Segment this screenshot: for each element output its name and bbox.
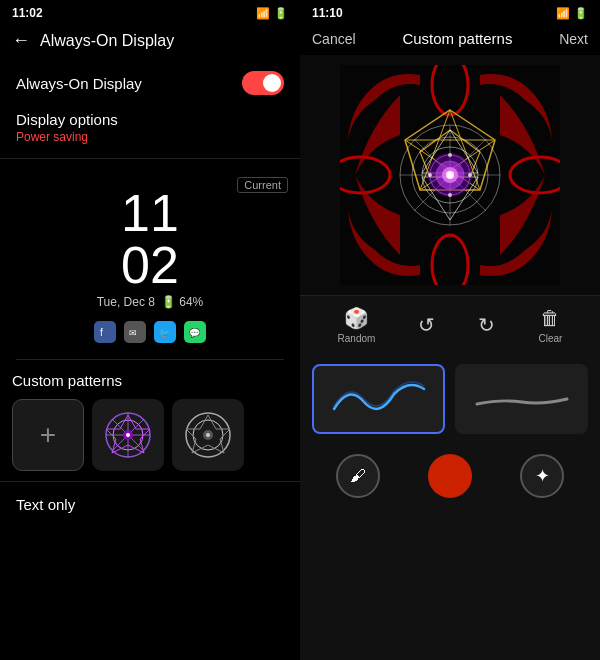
clear-label: Clear [539,333,563,344]
undo-icon: ↺ [418,313,435,337]
add-plus-icon: + [40,419,56,451]
facebook-icon: f [94,321,116,343]
svg-point-17 [206,433,210,437]
preview-area: Current 11 02 Tue, Dec 8 🔋 64% f ✉ 🐦 💬 [0,169,300,347]
wifi-icon: 📶 [256,7,270,20]
battery-status: 🔋 64% [161,295,203,309]
left-time: 11:02 [12,6,43,20]
app-icons-row: f ✉ 🐦 💬 [94,321,206,343]
brush-color-button[interactable]: 🖌 [336,454,380,498]
always-on-label: Always-On Display [16,75,142,92]
next-button[interactable]: Next [559,31,588,47]
tool-row: 🎲 Random ↺ ↻ 🗑 Clear [300,295,600,354]
wechat-icon: 💬 [184,321,206,343]
brush-option-1[interactable] [312,364,445,434]
divider1 [0,158,300,159]
pattern-thumbs-row: + [12,399,288,471]
cancel-button[interactable]: Cancel [312,31,356,47]
display-options-section: Display options Power saving [0,101,300,148]
add-pattern-button[interactable]: + [12,399,84,471]
svg-text:✉: ✉ [129,328,137,338]
left-top-nav: ← Always-On Display [0,24,300,57]
divider2 [16,359,284,360]
svg-text:💬: 💬 [189,327,201,339]
always-on-row: Always-On Display [0,57,300,101]
right-battery-icon: 🔋 [574,7,588,20]
custom-patterns-title: Custom patterns [12,372,288,389]
mandala-preview [340,65,560,285]
text-only-row[interactable]: Text only [0,481,300,527]
battery-icon-left: 🔋 [274,7,288,20]
star-color-icon: ✦ [535,465,550,487]
status-bar-right: 11:10 📶 🔋 [300,0,600,24]
clock-minute: 02 [97,239,204,291]
pattern-thumb-1[interactable] [92,399,164,471]
svg-point-49 [468,173,472,177]
right-time: 11:10 [312,6,343,20]
svg-point-46 [448,153,452,157]
svg-point-45 [448,173,452,177]
red-color-button[interactable] [428,454,472,498]
custom-patterns-section: Custom patterns + [0,372,300,471]
left-status-icons: 📶 🔋 [256,7,288,20]
svg-point-47 [448,193,452,197]
svg-point-48 [428,173,432,177]
current-label: Current [237,177,288,193]
right-wifi-icon: 📶 [556,7,570,20]
display-options-title: Display options [16,111,284,128]
messages-icon: ✉ [124,321,146,343]
power-saving-label[interactable]: Power saving [16,130,284,144]
clock-date: Tue, Dec 8 🔋 64% [97,295,204,309]
undo-tool[interactable]: ↺ [418,313,435,337]
brush-color-icon: 🖌 [350,467,366,485]
date-text: Tue, Dec 8 [97,295,155,309]
special-color-button[interactable]: ✦ [520,454,564,498]
brush-row [300,354,600,444]
brush-option-2[interactable] [455,364,588,434]
random-tool[interactable]: 🎲 Random [338,306,376,344]
right-panel: 11:10 📶 🔋 Cancel Custom patterns Next [300,0,600,660]
random-label: Random [338,333,376,344]
svg-text:f: f [100,327,103,338]
clock-display: 11 02 Tue, Dec 8 🔋 64% [97,177,204,313]
right-top-nav: Cancel Custom patterns Next [300,24,600,55]
pattern-thumb-2[interactable] [172,399,244,471]
left-nav-title: Always-On Display [40,32,174,50]
right-status-icons: 📶 🔋 [556,7,588,20]
clear-tool[interactable]: 🗑 Clear [539,307,563,344]
random-icon: 🎲 [344,306,369,330]
main-preview-area [300,55,600,295]
status-bar-left: 11:02 📶 🔋 [0,0,300,24]
color-row: 🖌 ✦ [300,444,600,508]
always-on-toggle[interactable] [242,71,284,95]
clock-hour: 11 [97,187,204,239]
back-button[interactable]: ← [12,30,30,51]
svg-point-12 [126,433,130,437]
right-nav-title: Custom patterns [402,30,512,47]
twitter-icon: 🐦 [154,321,176,343]
trash-icon: 🗑 [540,307,560,330]
svg-text:🐦: 🐦 [159,327,171,339]
redo-icon: ↻ [478,313,495,337]
redo-tool[interactable]: ↻ [478,313,495,337]
text-only-label: Text only [16,496,75,513]
left-panel: 11:02 📶 🔋 ← Always-On Display Always-On … [0,0,300,660]
